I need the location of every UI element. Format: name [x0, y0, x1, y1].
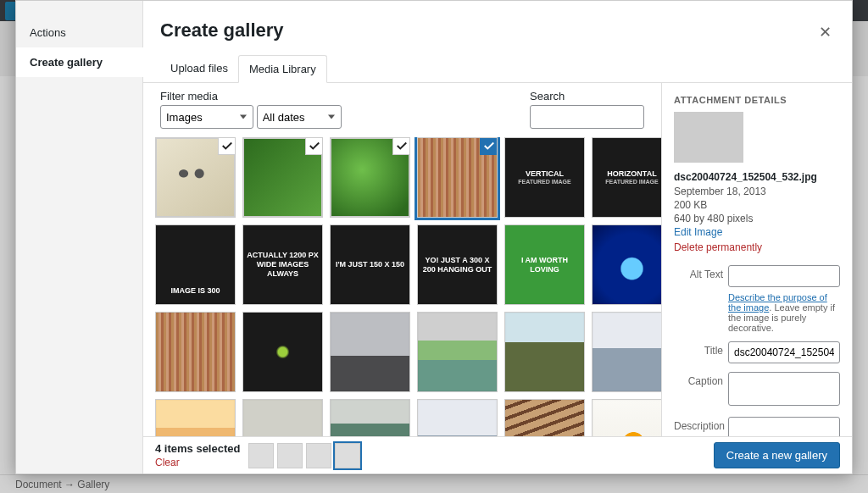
clear-selection[interactable]: Clear — [155, 457, 240, 468]
media-modal: Actions Create gallery Create gallery ✕ … — [15, 0, 853, 474]
tabs: Upload files Media Library — [143, 55, 852, 83]
edit-image-link[interactable]: Edit Image — [674, 226, 840, 238]
selection-thumb[interactable] — [335, 443, 360, 468]
details-filename: dsc20040724_152504_532.jpg — [674, 171, 840, 183]
attachments-grid: VERTICALFEATURED IMAGEHORIZONTALFEATURED… — [143, 137, 661, 436]
attachment-thumb[interactable]: IMAGE IS 300 — [155, 224, 236, 305]
alt-text-label: Alt Text — [674, 265, 723, 280]
attachment-thumb[interactable] — [592, 224, 661, 305]
attachment-thumb[interactable]: I'M JUST 150 X 150 — [330, 224, 410, 305]
selection-thumb[interactable] — [306, 443, 331, 468]
attachment-thumb[interactable]: ACTUALLY 1200 PX WIDE IMAGES ALWAYS — [242, 224, 323, 305]
tab-library[interactable]: Media Library — [238, 55, 327, 83]
details-date: September 18, 2013 — [674, 186, 840, 197]
attachment-thumb[interactable]: YO! JUST A 300 X 200 HANGING OUT — [417, 224, 498, 305]
details-thumbnail — [674, 112, 743, 163]
checkmark-icon[interactable] — [218, 137, 236, 155]
details-filesize: 200 KB — [674, 199, 840, 211]
attachment-thumb[interactable] — [330, 137, 410, 218]
details-dimensions: 640 by 480 pixels — [674, 213, 840, 224]
attachment-thumb[interactable] — [155, 399, 236, 436]
attachment-thumb[interactable] — [417, 399, 498, 436]
description-textarea[interactable] — [728, 417, 840, 436]
modal-sidebar: Actions Create gallery — [16, 1, 143, 474]
attachment-thumb[interactable] — [330, 399, 410, 436]
checkmark-icon[interactable] — [392, 137, 410, 155]
attachment-thumb[interactable] — [242, 399, 323, 436]
attachment-thumb[interactable] — [155, 137, 236, 218]
attachment-thumb[interactable] — [242, 137, 323, 218]
details-heading: ATTACHMENT DETAILS — [674, 95, 840, 105]
attachment-thumb[interactable] — [592, 399, 661, 436]
attachment-thumb[interactable] — [504, 399, 585, 436]
sidebar-item-create-gallery[interactable]: Create gallery — [16, 47, 143, 77]
title-input[interactable] — [728, 341, 840, 363]
sidebar-item-actions[interactable]: Actions — [16, 18, 142, 47]
selection-thumb[interactable] — [248, 443, 274, 468]
attachment-thumb[interactable] — [242, 312, 323, 392]
selection-thumbs — [248, 443, 360, 468]
close-icon[interactable]: ✕ — [815, 19, 835, 45]
tab-upload[interactable]: Upload files — [160, 55, 238, 82]
attachment-thumb[interactable] — [417, 312, 498, 392]
breadcrumb: Document → Gallery — [0, 474, 868, 493]
checkmark-icon[interactable] — [305, 137, 323, 155]
filter-type-select[interactable]: Images — [160, 105, 253, 129]
attachment-thumb[interactable] — [330, 312, 410, 392]
filter-date-select[interactable]: All dates — [257, 105, 342, 129]
attachment-thumb[interactable]: HORIZONTALFEATURED IMAGE — [592, 137, 661, 218]
delete-link[interactable]: Delete permanently — [674, 241, 840, 253]
attachment-thumb[interactable]: I AM WORTH LOVING — [504, 224, 585, 305]
alt-text-input[interactable] — [728, 265, 840, 287]
description-label: Description — [674, 417, 723, 432]
attachment-details: ATTACHMENT DETAILS dsc20040724_152504_53… — [661, 83, 852, 436]
title-label: Title — [674, 341, 723, 357]
checkmark-icon[interactable] — [480, 137, 498, 155]
attachment-thumb[interactable] — [592, 312, 661, 392]
selection-thumb[interactable] — [277, 443, 303, 468]
caption-label: Caption — [674, 372, 723, 387]
filter-label: Filter media — [160, 90, 342, 102]
create-gallery-button[interactable]: Create a new gallery — [714, 442, 840, 468]
search-input[interactable] — [530, 105, 644, 129]
attachment-thumb[interactable] — [417, 137, 498, 218]
caption-textarea[interactable] — [728, 372, 840, 406]
modal-title: Create gallery — [160, 19, 284, 42]
selected-count: 4 items selected — [155, 442, 240, 455]
attachment-thumb[interactable] — [155, 312, 236, 392]
attachment-thumb[interactable]: VERTICALFEATURED IMAGE — [504, 137, 585, 218]
attachment-thumb[interactable] — [504, 312, 585, 392]
search-label: Search — [530, 90, 644, 102]
